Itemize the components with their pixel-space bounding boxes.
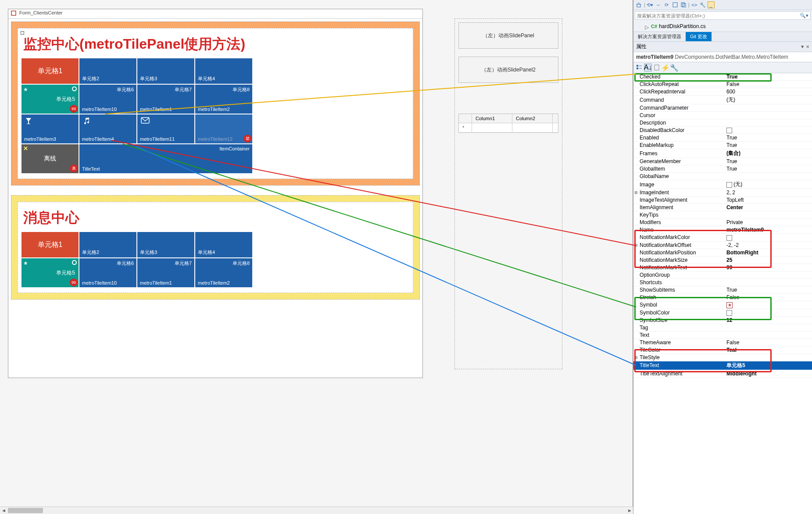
property-row[interactable]: TitleTextAlignmentMiddleRight bbox=[633, 370, 812, 378]
property-value[interactable]: True bbox=[725, 158, 812, 165]
property-row[interactable]: KeyTips bbox=[633, 211, 812, 219]
property-row[interactable]: ImageTextAlignmentTopLeft bbox=[633, 196, 812, 204]
metro-tile[interactable]: metroTileItem3 bbox=[21, 114, 79, 143]
property-value[interactable]: False bbox=[725, 81, 812, 88]
metro-tile[interactable]: 单元格3 bbox=[137, 58, 194, 84]
metro-tile[interactable]: 单元格1 bbox=[21, 58, 79, 84]
property-value[interactable]: 12 bbox=[725, 317, 812, 324]
property-row[interactable]: ThemeAwareFalse bbox=[633, 339, 812, 346]
sync-icon[interactable]: ↔ bbox=[655, 1, 662, 8]
property-value[interactable]: True bbox=[725, 165, 812, 172]
property-value[interactable]: BottomRight bbox=[725, 249, 812, 256]
property-row[interactable]: EnableMarkupTrue bbox=[633, 142, 812, 149]
property-row[interactable]: ClickAutoRepeatFalse bbox=[633, 81, 812, 88]
property-row[interactable]: ⊞NotificationMarkOffset-2, -2 bbox=[633, 242, 812, 249]
property-value[interactable] bbox=[725, 115, 812, 116]
property-value[interactable]: 单元格5 bbox=[725, 361, 812, 370]
metro-tile[interactable]: 单元格2 bbox=[79, 232, 136, 257]
property-value[interactable] bbox=[725, 122, 812, 123]
property-value[interactable] bbox=[725, 282, 812, 283]
property-row[interactable]: NamemetroTileItem9 bbox=[633, 226, 812, 234]
property-value[interactable]: MiddleRight bbox=[725, 370, 812, 377]
metro-tile[interactable]: metroTileItem4 bbox=[79, 114, 136, 143]
property-row[interactable]: Frames(集合) bbox=[633, 149, 812, 158]
property-row[interactable]: NotificationMarkText99 bbox=[633, 264, 812, 271]
home-icon[interactable] bbox=[636, 1, 643, 8]
show-all-files-icon[interactable] bbox=[680, 1, 687, 8]
property-row[interactable]: GenerateMemberTrue bbox=[633, 158, 812, 165]
categorize-icon[interactable] bbox=[635, 64, 643, 71]
properties-page-icon[interactable] bbox=[653, 64, 661, 71]
expand-icon[interactable]: ⊞ bbox=[633, 355, 639, 360]
property-row[interactable]: ShowSubItemsTrue bbox=[633, 286, 812, 294]
side-panel[interactable]: （左）动画SlidePanel （左）动画SlidePanel2 Column1… bbox=[454, 18, 562, 369]
property-value[interactable]: metroTileItem9 bbox=[725, 226, 812, 233]
property-row[interactable]: ModifiersPrivate bbox=[633, 219, 812, 226]
property-value[interactable] bbox=[725, 309, 812, 316]
property-value[interactable]: (集合) bbox=[725, 149, 812, 157]
property-value[interactable] bbox=[725, 176, 812, 177]
property-row[interactable]: CheckedTrue bbox=[633, 73, 812, 81]
property-row[interactable]: NotificationMarkSize25 bbox=[633, 257, 812, 264]
scroll-thumb[interactable] bbox=[8, 508, 43, 513]
metro-tile[interactable]: 单元格6metroTileItem10 bbox=[79, 258, 136, 287]
property-value[interactable]: (无) bbox=[725, 180, 812, 189]
property-row[interactable]: ClickRepeatInterval600 bbox=[633, 88, 812, 96]
horizontal-scrollbar[interactable]: ◀ ▶ bbox=[0, 507, 633, 514]
property-value[interactable]: True bbox=[725, 142, 812, 149]
property-value[interactable] bbox=[725, 107, 812, 108]
metro-tile[interactable]: metroTileItem12禁 bbox=[195, 114, 252, 143]
solution-search-input[interactable] bbox=[637, 13, 800, 18]
tree-item[interactable]: ▷ C# hardDiskPartition.cs bbox=[636, 23, 809, 30]
preview-selected-icon[interactable]: ⎯ bbox=[708, 1, 715, 8]
metro-tile[interactable]: 单元格8metroTileItem2 bbox=[195, 258, 252, 287]
grid-header-col2[interactable]: Column2 bbox=[512, 114, 553, 123]
property-row[interactable]: Shortcuts bbox=[633, 279, 812, 286]
properties-icon[interactable]: 🔧 bbox=[699, 1, 706, 8]
property-row[interactable]: ItemAlignmentCenter bbox=[633, 204, 812, 211]
property-row[interactable]: DisabledBackColor bbox=[633, 127, 812, 134]
solution-search[interactable]: 🔍▾ bbox=[635, 11, 811, 20]
metro-tile[interactable]: ltemContainerTitleText bbox=[79, 144, 252, 173]
property-row[interactable]: TitleText单元格5 bbox=[633, 361, 812, 370]
property-row[interactable]: Cursor bbox=[633, 112, 812, 119]
property-value[interactable]: Teal bbox=[725, 346, 812, 353]
property-row[interactable]: ⊞ImageIndent2, 2 bbox=[633, 189, 812, 196]
metro-tile[interactable]: 单元格4 bbox=[195, 58, 252, 84]
slide-panel-button-2[interactable]: （左）动画SlidePanel2 bbox=[458, 57, 558, 83]
events-icon[interactable]: ⚡ bbox=[662, 64, 669, 71]
property-value[interactable]: ★ bbox=[725, 301, 812, 309]
metro-tile[interactable]: 单元格4 bbox=[195, 232, 252, 257]
property-row[interactable]: StretchFalse bbox=[633, 294, 812, 301]
property-value[interactable] bbox=[725, 327, 812, 328]
scroll-left-arrow[interactable]: ◀ bbox=[0, 507, 7, 514]
code-view-icon[interactable]: <> bbox=[691, 1, 698, 8]
property-value[interactable]: True bbox=[725, 134, 812, 141]
property-row[interactable]: NotificationMarkColor bbox=[633, 234, 812, 241]
metro-tile[interactable]: 单元格1 bbox=[21, 232, 79, 257]
property-value[interactable]: (无) bbox=[725, 96, 812, 104]
metro-tile[interactable]: 单元格3 bbox=[137, 232, 194, 257]
alphabetical-icon[interactable]: A↓ bbox=[644, 64, 652, 71]
properties-object-selector[interactable]: metroTileItem9 DevComponents.DotNetBar.M… bbox=[633, 52, 812, 62]
refresh-icon[interactable]: ⟳ bbox=[663, 1, 670, 8]
property-value[interactable] bbox=[725, 214, 812, 215]
property-value[interactable]: Private bbox=[725, 219, 812, 226]
property-row[interactable]: TileColorTeal bbox=[633, 346, 812, 354]
property-value[interactable] bbox=[725, 127, 812, 134]
solution-tree[interactable]: ▷ C# hardDiskPartition.cs bbox=[633, 21, 812, 32]
property-row[interactable]: Tag bbox=[633, 324, 812, 332]
history-back-icon[interactable]: ⟲▾ bbox=[647, 1, 654, 8]
property-value[interactable]: TopLeft bbox=[725, 196, 812, 203]
form-window[interactable]: Form_ClientsCenter 监控中心(metroTilePanel使用… bbox=[8, 9, 423, 378]
property-row[interactable]: Command(无) bbox=[633, 96, 812, 104]
property-value[interactable]: 600 bbox=[725, 88, 812, 95]
scroll-right-arrow[interactable]: ▶ bbox=[626, 507, 633, 514]
property-row[interactable]: Symbol★ bbox=[633, 301, 812, 309]
property-value[interactable]: True bbox=[725, 286, 812, 293]
slide-panel-button-1[interactable]: （左）动画SlidePanel bbox=[458, 22, 558, 49]
property-value[interactable]: 99 bbox=[725, 264, 812, 271]
property-row[interactable]: SymbolSize12 bbox=[633, 317, 812, 324]
property-row[interactable]: CommandParameter bbox=[633, 104, 812, 112]
property-value[interactable]: False bbox=[725, 339, 812, 346]
